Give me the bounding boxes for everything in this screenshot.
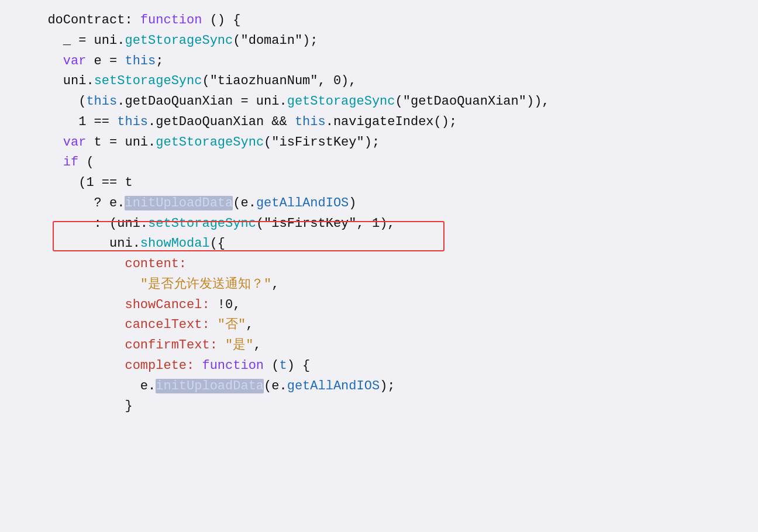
code-editor: doContract: function () { _ = uni.getSto… bbox=[0, 0, 758, 532]
code-content: doContract: function () { _ = uni.getSto… bbox=[32, 11, 740, 417]
